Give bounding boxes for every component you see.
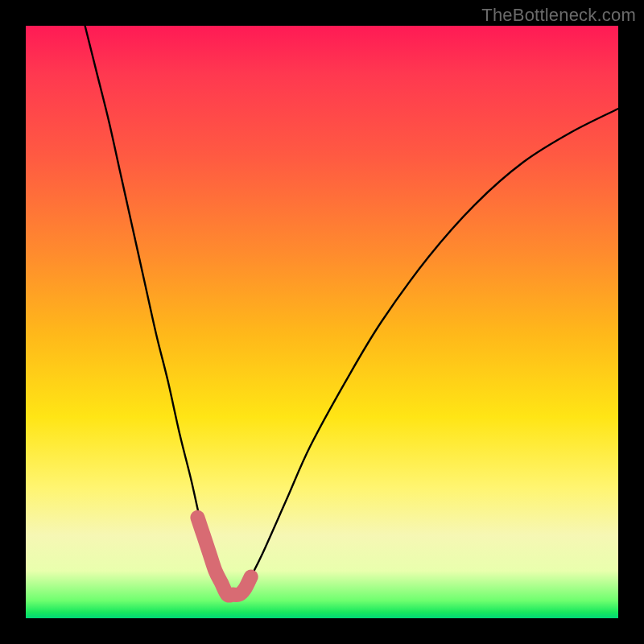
curve-svg: [26, 26, 618, 618]
highlight-band-line: [197, 518, 250, 596]
watermark-text: TheBottleneck.com: [481, 5, 636, 26]
chart-frame: TheBottleneck.com: [0, 0, 644, 644]
plot-area: [26, 26, 618, 618]
bottleneck-curve-line: [85, 26, 618, 596]
